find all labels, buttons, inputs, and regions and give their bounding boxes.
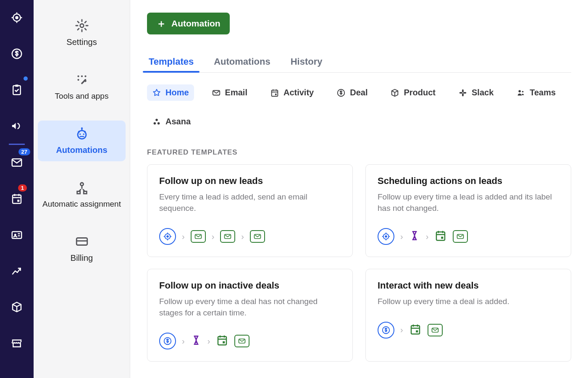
main-content: ＋ Automation Templates Automations Histo… <box>130 0 588 378</box>
subnav-label: Tools and apps <box>55 91 109 101</box>
subnav-automations[interactable]: Automations <box>38 121 126 161</box>
deal-trigger-icon <box>159 333 176 349</box>
template-title: Scheduling actions on leads <box>378 176 559 186</box>
rail-products[interactable] <box>7 297 27 317</box>
template-flow: › <box>378 322 559 339</box>
slack-icon <box>458 88 467 97</box>
chip-email[interactable]: Email <box>207 84 252 101</box>
chevron-right-icon: › <box>182 336 185 346</box>
calendar-badge: 1 <box>18 184 27 192</box>
subnav-auto-assignment[interactable]: Automatic assignment <box>38 175 126 215</box>
wait-step-icon <box>191 335 202 347</box>
template-cards: Follow up on new leads Every time a lead… <box>147 164 571 362</box>
rail-campaigns[interactable] <box>7 116 27 136</box>
activity-step-icon <box>434 229 447 244</box>
template-flow: › › <box>159 333 341 349</box>
assignment-icon <box>75 181 89 195</box>
template-desc: Follow up every time a deal is added. <box>378 296 559 307</box>
chip-slack[interactable]: Slack <box>453 84 499 101</box>
subnav-billing[interactable]: Billing <box>38 228 126 269</box>
template-desc: Every time a lead is added, send an emai… <box>159 192 341 214</box>
mail-icon <box>212 88 221 97</box>
chip-asana[interactable]: Asana <box>147 113 196 130</box>
email-step-icon <box>220 230 235 243</box>
mail-badge: 27 <box>18 148 30 155</box>
tab-templates[interactable]: Templates <box>147 51 195 72</box>
section-label: FEATURED TEMPLATES <box>147 148 571 157</box>
rail-insights[interactable] <box>7 261 27 281</box>
email-step-icon <box>191 230 206 243</box>
rail-contacts[interactable] <box>7 225 27 245</box>
rail-calendar[interactable]: 1 <box>7 189 27 209</box>
template-desc: Follow up every time a deal has not chan… <box>159 296 341 318</box>
gear-icon <box>75 18 89 33</box>
chevron-right-icon: › <box>400 232 403 242</box>
activity-step-icon <box>216 334 228 348</box>
chevron-right-icon: › <box>241 232 244 242</box>
rail-divider <box>9 144 25 145</box>
lead-trigger-icon <box>378 228 394 245</box>
chip-teams[interactable]: Teams <box>511 84 561 101</box>
template-card[interactable]: Follow up on new leads Every time a lead… <box>147 164 353 257</box>
chevron-right-icon: › <box>207 336 210 346</box>
template-flow: › › › <box>159 228 341 245</box>
add-automation-button[interactable]: ＋ Automation <box>147 13 230 34</box>
template-card[interactable]: Scheduling actions on leads Follow up ev… <box>365 164 571 257</box>
robot-icon <box>75 126 89 141</box>
chip-activity[interactable]: Activity <box>265 84 319 101</box>
deal-trigger-icon <box>378 322 394 339</box>
tab-history[interactable]: History <box>289 51 324 72</box>
left-rail: 27 1 <box>0 0 34 378</box>
subnav-tools-apps[interactable]: Tools and apps <box>38 67 126 107</box>
tab-automations[interactable]: Automations <box>212 51 272 72</box>
chip-deal[interactable]: Deal <box>331 84 373 101</box>
settings-subnav: Settings Tools and apps Automations Auto… <box>34 0 130 378</box>
template-desc: Follow up every time a lead is added and… <box>378 192 559 214</box>
teams-icon <box>516 88 525 97</box>
add-automation-label: Automation <box>171 18 220 29</box>
rail-activities[interactable] <box>7 80 27 100</box>
subnav-settings[interactable]: Settings <box>38 13 126 53</box>
chip-product[interactable]: Product <box>385 84 441 101</box>
subnav-label: Settings <box>66 37 97 47</box>
email-step-icon <box>428 324 443 336</box>
tabs: Templates Automations History <box>147 51 571 73</box>
category-chips: Home Email Activity Deal Product Slack T… <box>147 84 571 130</box>
activity-step-icon <box>409 323 422 337</box>
template-card[interactable]: Follow up on inactive deals Follow up ev… <box>147 269 353 362</box>
chip-home[interactable]: Home <box>147 84 194 101</box>
notification-dot-icon <box>24 76 28 81</box>
email-step-icon <box>453 230 468 243</box>
plus-icon: ＋ <box>156 18 166 29</box>
email-step-icon <box>250 230 265 243</box>
subnav-label: Automatic assignment <box>42 199 121 209</box>
subnav-label: Automations <box>56 145 107 155</box>
box-icon <box>390 88 399 97</box>
tools-icon <box>75 73 89 87</box>
rail-mail[interactable]: 27 <box>7 152 27 173</box>
rail-leads[interactable] <box>7 8 27 28</box>
template-title: Follow up on new leads <box>159 176 341 186</box>
chevron-right-icon: › <box>426 232 429 242</box>
chevron-right-icon: › <box>400 325 403 335</box>
card-icon <box>75 234 89 249</box>
chevron-right-icon: › <box>212 232 215 242</box>
template-title: Interact with new deals <box>378 280 559 291</box>
asana-icon <box>152 117 161 126</box>
subnav-label: Billing <box>71 253 93 263</box>
email-step-icon <box>234 335 249 347</box>
wait-step-icon <box>409 230 420 243</box>
template-flow: › › <box>378 228 559 245</box>
rail-marketplace[interactable] <box>7 333 27 353</box>
lead-trigger-icon <box>159 228 176 245</box>
calendar-icon <box>270 88 279 97</box>
template-card[interactable]: Interact with new deals Follow up every … <box>365 269 571 362</box>
rail-deals[interactable] <box>7 44 27 64</box>
chevron-right-icon: › <box>182 232 185 242</box>
star-icon <box>152 88 161 97</box>
template-title: Follow up on inactive deals <box>159 280 341 291</box>
dollar-icon <box>336 88 346 97</box>
